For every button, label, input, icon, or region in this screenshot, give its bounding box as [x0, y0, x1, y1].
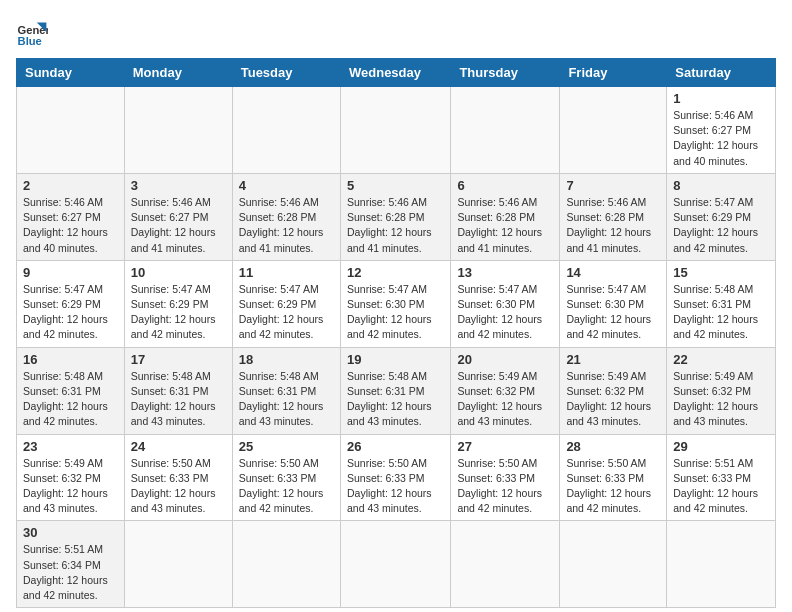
calendar-cell: 21Sunrise: 5:49 AM Sunset: 6:32 PM Dayli…	[560, 347, 667, 434]
calendar-cell: 17Sunrise: 5:48 AM Sunset: 6:31 PM Dayli…	[124, 347, 232, 434]
day-info: Sunrise: 5:46 AM Sunset: 6:28 PM Dayligh…	[457, 195, 553, 256]
day-number: 24	[131, 439, 226, 454]
day-number: 5	[347, 178, 444, 193]
day-number: 26	[347, 439, 444, 454]
day-number: 8	[673, 178, 769, 193]
calendar-cell	[451, 87, 560, 174]
calendar-cell: 16Sunrise: 5:48 AM Sunset: 6:31 PM Dayli…	[17, 347, 125, 434]
day-info: Sunrise: 5:46 AM Sunset: 6:28 PM Dayligh…	[239, 195, 334, 256]
calendar-cell: 28Sunrise: 5:50 AM Sunset: 6:33 PM Dayli…	[560, 434, 667, 521]
day-info: Sunrise: 5:50 AM Sunset: 6:33 PM Dayligh…	[131, 456, 226, 517]
day-info: Sunrise: 5:49 AM Sunset: 6:32 PM Dayligh…	[566, 369, 660, 430]
day-info: Sunrise: 5:49 AM Sunset: 6:32 PM Dayligh…	[673, 369, 769, 430]
day-number: 6	[457, 178, 553, 193]
calendar-cell: 14Sunrise: 5:47 AM Sunset: 6:30 PM Dayli…	[560, 260, 667, 347]
day-number: 4	[239, 178, 334, 193]
day-info: Sunrise: 5:48 AM Sunset: 6:31 PM Dayligh…	[23, 369, 118, 430]
day-number: 14	[566, 265, 660, 280]
day-number: 21	[566, 352, 660, 367]
day-number: 1	[673, 91, 769, 106]
calendar-cell: 13Sunrise: 5:47 AM Sunset: 6:30 PM Dayli…	[451, 260, 560, 347]
calendar-week-row: 1Sunrise: 5:46 AM Sunset: 6:27 PM Daylig…	[17, 87, 776, 174]
day-info: Sunrise: 5:47 AM Sunset: 6:29 PM Dayligh…	[23, 282, 118, 343]
day-info: Sunrise: 5:48 AM Sunset: 6:31 PM Dayligh…	[673, 282, 769, 343]
weekday-header-friday: Friday	[560, 59, 667, 87]
calendar-week-row: 2Sunrise: 5:46 AM Sunset: 6:27 PM Daylig…	[17, 173, 776, 260]
day-number: 7	[566, 178, 660, 193]
calendar-cell: 24Sunrise: 5:50 AM Sunset: 6:33 PM Dayli…	[124, 434, 232, 521]
calendar-cell	[340, 87, 450, 174]
calendar-cell: 22Sunrise: 5:49 AM Sunset: 6:32 PM Dayli…	[667, 347, 776, 434]
calendar-cell: 6Sunrise: 5:46 AM Sunset: 6:28 PM Daylig…	[451, 173, 560, 260]
calendar-cell	[560, 87, 667, 174]
calendar-cell: 10Sunrise: 5:47 AM Sunset: 6:29 PM Dayli…	[124, 260, 232, 347]
calendar-cell	[451, 521, 560, 608]
day-info: Sunrise: 5:46 AM Sunset: 6:28 PM Dayligh…	[566, 195, 660, 256]
day-info: Sunrise: 5:46 AM Sunset: 6:27 PM Dayligh…	[23, 195, 118, 256]
calendar-cell: 11Sunrise: 5:47 AM Sunset: 6:29 PM Dayli…	[232, 260, 340, 347]
day-info: Sunrise: 5:50 AM Sunset: 6:33 PM Dayligh…	[457, 456, 553, 517]
day-info: Sunrise: 5:50 AM Sunset: 6:33 PM Dayligh…	[566, 456, 660, 517]
calendar-week-row: 9Sunrise: 5:47 AM Sunset: 6:29 PM Daylig…	[17, 260, 776, 347]
calendar-cell: 5Sunrise: 5:46 AM Sunset: 6:28 PM Daylig…	[340, 173, 450, 260]
calendar-cell: 1Sunrise: 5:46 AM Sunset: 6:27 PM Daylig…	[667, 87, 776, 174]
svg-text:Blue: Blue	[18, 35, 42, 47]
calendar-cell: 4Sunrise: 5:46 AM Sunset: 6:28 PM Daylig…	[232, 173, 340, 260]
day-number: 9	[23, 265, 118, 280]
calendar-cell	[560, 521, 667, 608]
calendar-cell: 25Sunrise: 5:50 AM Sunset: 6:33 PM Dayli…	[232, 434, 340, 521]
day-number: 3	[131, 178, 226, 193]
weekday-header-tuesday: Tuesday	[232, 59, 340, 87]
day-info: Sunrise: 5:47 AM Sunset: 6:29 PM Dayligh…	[131, 282, 226, 343]
calendar-cell: 15Sunrise: 5:48 AM Sunset: 6:31 PM Dayli…	[667, 260, 776, 347]
day-number: 30	[23, 525, 118, 540]
day-number: 27	[457, 439, 553, 454]
calendar-cell	[17, 87, 125, 174]
day-info: Sunrise: 5:49 AM Sunset: 6:32 PM Dayligh…	[23, 456, 118, 517]
weekday-header-row: SundayMondayTuesdayWednesdayThursdayFrid…	[17, 59, 776, 87]
day-info: Sunrise: 5:49 AM Sunset: 6:32 PM Dayligh…	[457, 369, 553, 430]
calendar-cell: 29Sunrise: 5:51 AM Sunset: 6:33 PM Dayli…	[667, 434, 776, 521]
day-number: 13	[457, 265, 553, 280]
day-number: 10	[131, 265, 226, 280]
calendar-cell: 30Sunrise: 5:51 AM Sunset: 6:34 PM Dayli…	[17, 521, 125, 608]
day-info: Sunrise: 5:47 AM Sunset: 6:30 PM Dayligh…	[347, 282, 444, 343]
day-number: 15	[673, 265, 769, 280]
calendar-cell: 12Sunrise: 5:47 AM Sunset: 6:30 PM Dayli…	[340, 260, 450, 347]
calendar-cell	[124, 87, 232, 174]
calendar-cell: 2Sunrise: 5:46 AM Sunset: 6:27 PM Daylig…	[17, 173, 125, 260]
day-number: 22	[673, 352, 769, 367]
logo: General Blue	[16, 16, 48, 48]
weekday-header-monday: Monday	[124, 59, 232, 87]
day-info: Sunrise: 5:47 AM Sunset: 6:29 PM Dayligh…	[239, 282, 334, 343]
day-number: 17	[131, 352, 226, 367]
calendar-cell: 27Sunrise: 5:50 AM Sunset: 6:33 PM Dayli…	[451, 434, 560, 521]
weekday-header-sunday: Sunday	[17, 59, 125, 87]
day-number: 16	[23, 352, 118, 367]
calendar-cell	[232, 87, 340, 174]
calendar-cell: 23Sunrise: 5:49 AM Sunset: 6:32 PM Dayli…	[17, 434, 125, 521]
day-info: Sunrise: 5:48 AM Sunset: 6:31 PM Dayligh…	[131, 369, 226, 430]
calendar-cell: 26Sunrise: 5:50 AM Sunset: 6:33 PM Dayli…	[340, 434, 450, 521]
day-info: Sunrise: 5:46 AM Sunset: 6:27 PM Dayligh…	[673, 108, 769, 169]
weekday-header-wednesday: Wednesday	[340, 59, 450, 87]
day-number: 29	[673, 439, 769, 454]
day-number: 19	[347, 352, 444, 367]
calendar-cell: 3Sunrise: 5:46 AM Sunset: 6:27 PM Daylig…	[124, 173, 232, 260]
day-number: 12	[347, 265, 444, 280]
calendar-cell	[340, 521, 450, 608]
calendar-week-row: 23Sunrise: 5:49 AM Sunset: 6:32 PM Dayli…	[17, 434, 776, 521]
calendar-cell	[124, 521, 232, 608]
day-number: 2	[23, 178, 118, 193]
weekday-header-saturday: Saturday	[667, 59, 776, 87]
calendar-cell: 9Sunrise: 5:47 AM Sunset: 6:29 PM Daylig…	[17, 260, 125, 347]
calendar-cell: 7Sunrise: 5:46 AM Sunset: 6:28 PM Daylig…	[560, 173, 667, 260]
day-info: Sunrise: 5:48 AM Sunset: 6:31 PM Dayligh…	[347, 369, 444, 430]
day-number: 20	[457, 352, 553, 367]
day-info: Sunrise: 5:48 AM Sunset: 6:31 PM Dayligh…	[239, 369, 334, 430]
day-info: Sunrise: 5:51 AM Sunset: 6:34 PM Dayligh…	[23, 542, 118, 603]
day-info: Sunrise: 5:46 AM Sunset: 6:27 PM Dayligh…	[131, 195, 226, 256]
day-number: 11	[239, 265, 334, 280]
day-number: 18	[239, 352, 334, 367]
calendar-cell: 18Sunrise: 5:48 AM Sunset: 6:31 PM Dayli…	[232, 347, 340, 434]
